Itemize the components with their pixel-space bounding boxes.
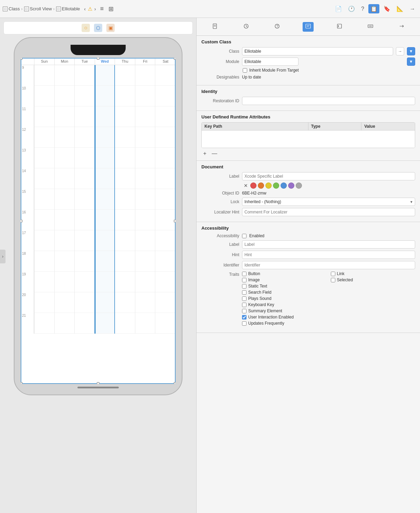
class-navigate-button[interactable]: → [396,47,404,55]
class-dropdown-button[interactable]: ▼ [407,47,415,55]
identifier-input[interactable] [242,261,415,269]
cell [115,65,135,86]
restoration-id-input[interactable] [242,97,415,105]
accessibility-label-field: Accessibility [201,233,239,238]
trait-summary-element-checkbox[interactable] [242,309,246,313]
module-select-wrapper: ▼ [242,57,415,66]
trait-keyboard-key-checkbox[interactable] [242,303,246,307]
udra-table: Key Path Type Value [201,122,415,148]
size-inspector-tab[interactable] [365,22,376,32]
col-mon [55,65,75,334]
nav-back-button[interactable]: ‹ [83,6,87,12]
attributes-inspector-button[interactable]: 📋 [368,4,379,13]
file-inspector-button[interactable]: 📄 [333,4,344,13]
cell [155,210,176,230]
class-input[interactable] [242,47,393,55]
cell [96,292,115,313]
trait-static-text-checkbox[interactable] [242,284,246,289]
udra-add-button[interactable]: + [201,150,208,157]
cell [155,292,176,313]
udra-title: User Defined Runtime Attributes [201,114,415,119]
color-clear-button[interactable]: ✕ [243,182,249,189]
trait-link-checkbox[interactable] [331,272,335,276]
elliotable-icon: □ [56,7,61,11]
trait-button-checkbox[interactable] [242,272,246,276]
breadcrumb-sep-1: › [21,7,23,11]
custom-class-title: Custom Class [201,39,415,44]
col-wed [95,65,115,334]
cell [135,65,155,86]
quick-help-tab[interactable] [334,22,345,32]
color-swatch-gray[interactable] [296,182,302,189]
help-tab[interactable]: ? [272,22,283,32]
cell [55,292,75,313]
hamburger-button[interactable]: ≡ [98,4,106,14]
history-button[interactable]: 🕐 [346,4,357,13]
udra-type-header: Type [308,123,362,130]
accessibility-enabled-checkbox[interactable] [242,234,246,238]
module-dropdown-button[interactable]: ▼ [407,57,415,66]
module-field-row: Module ▼ [201,57,415,66]
cell [155,272,176,292]
cell [96,168,115,189]
breadcrumb-elliotable[interactable]: □ Elliotable [56,6,80,11]
canvas-panel: ○ ⬡ ▣ [0,18,196,513]
trait-selected: Selected [331,278,416,282]
cell [75,189,94,210]
quick-help-button[interactable]: 🔖 [381,4,392,13]
cell [115,189,135,210]
breadcrumb-elliotable-label: Elliotable [62,6,80,11]
nav-forward-button[interactable]: › [93,6,97,12]
trait-selected-checkbox[interactable] [331,278,335,282]
color-swatch-blue[interactable] [281,182,287,189]
trait-updates-frequently-checkbox[interactable] [242,321,246,326]
doc-label-input[interactable] [242,172,415,180]
sidebar-toggle-arrow[interactable]: › [0,250,6,263]
cell [75,86,94,106]
cell [115,148,135,168]
color-swatch-green[interactable] [273,182,279,189]
canvas-icon-circle: ○ [82,24,90,32]
connections-inspector-tab[interactable] [396,22,407,32]
size-inspector-button[interactable]: 📐 [395,4,406,13]
inherit-module-checkbox[interactable] [243,68,247,73]
color-swatch-red[interactable] [250,182,256,189]
cell [96,86,115,106]
cell [115,251,135,272]
file-inspector-tab[interactable] [209,22,220,32]
color-swatch-yellow[interactable] [265,182,272,189]
cal-day-tue: Tue [75,58,95,65]
svg-rect-11 [368,25,373,28]
trait-image-checkbox[interactable] [242,278,246,282]
attributes-inspector-tab[interactable] [303,22,314,32]
trait-user-interaction-checkbox[interactable] [242,315,246,320]
access-label-input[interactable] [242,240,415,249]
cell [34,189,54,210]
cell [55,148,75,168]
color-row: ✕ [243,182,415,189]
breadcrumb-view[interactable]: □ Class [3,6,20,11]
hint-input[interactable] [242,251,415,259]
trait-search-field-checkbox[interactable] [242,290,246,295]
breadcrumb-scrollview[interactable]: □ Scroll View [24,6,52,11]
history-tab[interactable] [241,22,252,32]
col-sat [155,65,176,334]
color-swatch-orange[interactable] [258,182,264,189]
module-input[interactable] [242,57,298,66]
traits-row: Traits Button Link [201,271,415,327]
trait-plays-sound-checkbox[interactable] [242,296,246,301]
lock-select[interactable]: Inherited - (Nothing) [242,198,415,206]
connections-inspector-button[interactable]: → [408,4,417,13]
color-swatch-purple[interactable] [288,182,294,189]
view-icon: □ [3,7,8,11]
add-object-button[interactable]: ⊞ [106,4,116,14]
udra-remove-button[interactable]: — [211,150,218,157]
cell [55,127,75,148]
cell [155,86,176,106]
localizer-hint-input[interactable] [242,208,415,216]
svg-rect-9 [337,24,342,28]
cell [75,251,94,272]
cell [115,210,135,230]
time-21: 21 [21,313,34,334]
help-button[interactable]: ? [359,4,366,13]
